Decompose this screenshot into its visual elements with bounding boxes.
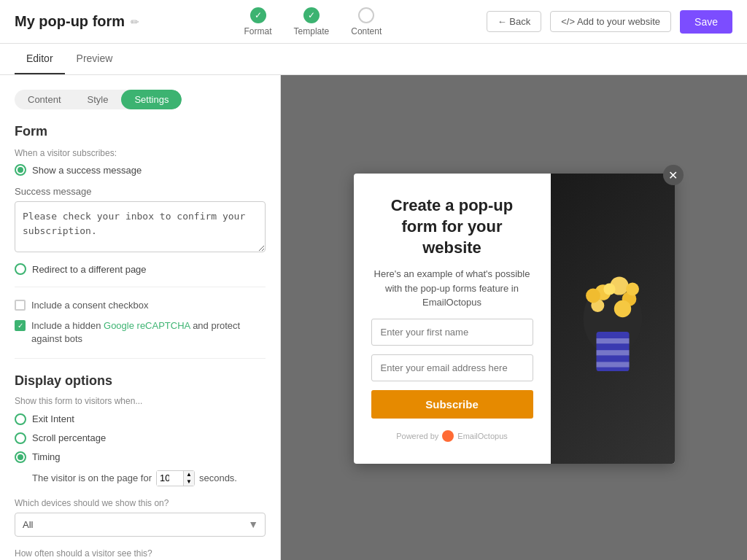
recaptcha-checkbox[interactable]: ✓ (15, 320, 26, 331)
success-radio-label: Show a success message (32, 165, 142, 176)
panel-tabs: Content Style Settings (15, 90, 182, 109)
back-button[interactable]: ← Back (487, 11, 542, 32)
step-template-circle: ✓ (303, 7, 320, 23)
devices-select-wrap: All Desktop only Mobile only ▼ (15, 513, 266, 537)
left-panel: Content Style Settings Form When a visit… (0, 75, 281, 560)
steps-nav: ✓ Format ✓ Template Content (244, 7, 382, 36)
step-format-circle: ✓ (250, 7, 266, 23)
svg-point-6 (603, 283, 615, 295)
redirect-radio-circle (15, 263, 26, 275)
exit-intent-radio-row[interactable]: Exit Intent (15, 413, 266, 425)
page-title: My pop-up form (15, 13, 125, 30)
timing-arrows: ▲ ▼ (183, 471, 194, 486)
tab-content[interactable]: Content (15, 90, 74, 109)
timing-prefix: The visitor is on the page for (32, 472, 152, 483)
divider-2 (15, 358, 266, 359)
success-message-label: Success message (15, 186, 266, 197)
popup-modal: ✕ Create a pop-up form for your website … (354, 174, 675, 463)
popup-subtext: Here's an example of what's possible wit… (371, 267, 533, 310)
devices-label: Which devices should we show this on? (15, 498, 266, 508)
timing-row: The visitor is on the page for ▲ ▼ secon… (32, 470, 266, 486)
timing-value-input[interactable] (157, 471, 183, 486)
svg-point-8 (586, 289, 600, 303)
step-content[interactable]: Content (351, 7, 382, 36)
popup-email-input[interactable] (371, 354, 533, 381)
popup-firstname-input[interactable] (371, 319, 533, 346)
main-layout: Content Style Settings Form When a visit… (0, 75, 747, 560)
timing-suffix: seconds. (199, 472, 237, 483)
emailoctopus-logo (442, 430, 454, 442)
tab-editor[interactable]: Editor (15, 44, 65, 74)
timing-radio-row[interactable]: Timing (15, 451, 266, 463)
svg-rect-11 (596, 350, 629, 355)
step-content-circle (358, 7, 374, 23)
consent-checkbox-row[interactable]: Include a consent checkbox (15, 299, 266, 312)
add-to-website-button[interactable]: </> Add to your website (550, 11, 671, 32)
consent-label: Include a consent checkbox (31, 299, 148, 312)
tab-style[interactable]: Style (74, 90, 122, 109)
popup-close-button[interactable]: ✕ (663, 165, 684, 185)
svg-rect-10 (596, 338, 629, 343)
devices-select[interactable]: All Desktop only Mobile only (15, 513, 266, 537)
edit-icon[interactable]: ✏ (131, 16, 139, 28)
timing-down-arrow[interactable]: ▼ (184, 478, 194, 486)
topbar: My pop-up form ✏ ✓ Format ✓ Template Con… (0, 0, 747, 44)
step-format-label: Format (244, 26, 272, 36)
step-format[interactable]: ✓ Format (244, 7, 272, 36)
editor-tabs: Editor Preview (0, 44, 747, 75)
exit-intent-label: Exit Intent (32, 413, 74, 424)
popup-powered-by: Powered by EmailOctopus (371, 430, 533, 442)
redirect-radio-label: Redirect to a different page (32, 264, 147, 275)
topbar-actions: ← Back </> Add to your website Save (487, 10, 732, 34)
svg-point-5 (614, 300, 630, 317)
scroll-percentage-radio-row[interactable]: Scroll percentage (15, 432, 266, 444)
display-options-title: Display options (15, 373, 266, 389)
powered-by-text: Powered by (396, 432, 438, 440)
powered-brand-text: EmailOctopus (457, 432, 507, 440)
when-subscribes-label: When a visitor subscribes: (15, 148, 266, 158)
timing-label: Timing (32, 451, 61, 462)
popup-subscribe-button[interactable]: Subscribe (371, 390, 533, 419)
popup-left-content: Create a pop-up form for your website He… (354, 174, 551, 463)
svg-rect-12 (596, 362, 629, 367)
divider-1 (15, 287, 266, 287)
popcorn-image (551, 174, 675, 463)
step-content-label: Content (351, 26, 382, 36)
step-template-label: Template (294, 26, 330, 36)
success-message-radio-row[interactable]: Show a success message (15, 164, 266, 176)
recaptcha-label: Include a hidden Google reCAPTCHA and pr… (31, 319, 266, 346)
show-when-label: Show this form to visitors when... (15, 396, 266, 406)
recaptcha-checkbox-row[interactable]: ✓ Include a hidden Google reCAPTCHA and … (15, 319, 266, 346)
scroll-percentage-radio-circle (15, 432, 26, 444)
success-radio-circle (15, 164, 26, 176)
scroll-percentage-label: Scroll percentage (32, 432, 106, 443)
redirect-radio-row[interactable]: Redirect to a different page (15, 263, 266, 275)
success-message-textarea[interactable]: Please check your inbox to confirm your … (15, 201, 266, 252)
popup-heading: Create a pop-up form for your website (371, 195, 533, 258)
popup-image-panel (551, 174, 675, 463)
timing-radio-circle (15, 451, 26, 463)
recaptcha-link[interactable]: Google reCAPTCHA (104, 320, 190, 331)
form-section-title: Form (15, 124, 266, 139)
preview-area: ✕ Create a pop-up form for your website … (281, 75, 747, 560)
save-button[interactable]: Save (680, 10, 732, 34)
exit-intent-radio-circle (15, 413, 26, 425)
often-label: How often should a visitor see this? (15, 548, 266, 559)
timing-up-arrow[interactable]: ▲ (184, 471, 194, 478)
tab-preview[interactable]: Preview (65, 44, 125, 74)
popcorn-svg (565, 253, 660, 384)
tab-settings[interactable]: Settings (121, 90, 182, 109)
step-template[interactable]: ✓ Template (294, 7, 330, 36)
timing-input-wrap: ▲ ▼ (156, 470, 195, 486)
svg-point-7 (626, 283, 639, 296)
consent-checkbox[interactable] (15, 300, 26, 311)
